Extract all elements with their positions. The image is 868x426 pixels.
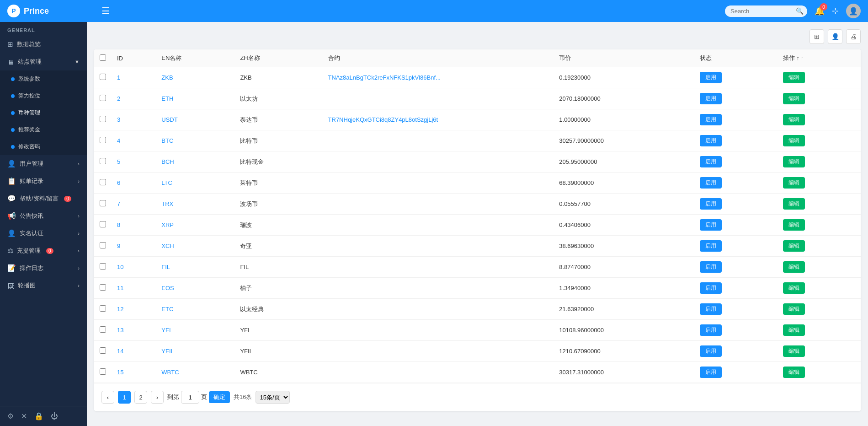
sidebar-item-carousel[interactable]: 🖼 轮播图 ›: [0, 277, 87, 294]
enable-button[interactable]: 启用: [700, 282, 722, 294]
search-icon[interactable]: 🔍: [796, 7, 804, 15]
edit-button[interactable]: 编辑: [783, 198, 805, 210]
edit-button[interactable]: 编辑: [783, 240, 805, 252]
row-zh-name: 奇亚: [234, 236, 322, 257]
enable-button[interactable]: 启用: [700, 324, 722, 336]
row-status: 启用: [694, 109, 777, 130]
edit-button[interactable]: 编辑: [783, 93, 805, 104]
row-checkbox[interactable]: [100, 305, 106, 312]
row-price: 1.34940000: [554, 278, 694, 299]
enable-button[interactable]: 启用: [700, 345, 722, 357]
page-1-button[interactable]: 1: [118, 391, 131, 404]
enable-button[interactable]: 启用: [700, 367, 722, 378]
row-checkbox[interactable]: [100, 263, 106, 270]
sidebar-item-hashrate-control[interactable]: 算力控位: [0, 87, 87, 104]
sidebar-item-help-feedback[interactable]: 💬 帮助/资料/留言 0: [0, 190, 87, 207]
row-checkbox[interactable]: [100, 74, 106, 80]
sidebar-item-coin-management[interactable]: 币种管理: [0, 104, 87, 121]
row-en-name: FIL: [156, 257, 234, 278]
edit-button[interactable]: 编辑: [783, 177, 805, 189]
row-checkbox[interactable]: [100, 284, 106, 291]
row-checkbox-cell: [94, 299, 112, 320]
sidebar-item-recharge-management[interactable]: ⚖ 充提管理 0 ›: [0, 242, 87, 259]
sidebar-item-dashboard[interactable]: ⊞ 数据总览: [0, 36, 87, 53]
page-number-input[interactable]: [181, 391, 199, 404]
row-checkbox[interactable]: [100, 347, 106, 354]
enable-button[interactable]: 启用: [700, 135, 722, 146]
enable-button[interactable]: 启用: [700, 72, 722, 83]
row-checkbox[interactable]: [100, 158, 106, 164]
edit-button[interactable]: 编辑: [783, 261, 805, 273]
next-page-button[interactable]: ›: [151, 391, 164, 404]
edit-button[interactable]: 编辑: [783, 282, 805, 294]
sidebar-item-system-params[interactable]: 系统参数: [0, 70, 87, 87]
enable-button[interactable]: 启用: [700, 219, 722, 231]
sidebar-item-real-name-auth[interactable]: 👤 实名认证 ›: [0, 225, 87, 242]
row-checkbox[interactable]: [100, 137, 106, 143]
row-checkbox[interactable]: [100, 179, 106, 185]
enable-button[interactable]: 启用: [700, 261, 722, 273]
row-checkbox[interactable]: [100, 326, 106, 333]
power-icon[interactable]: ⏻: [51, 412, 58, 421]
enable-button[interactable]: 启用: [700, 303, 722, 315]
enable-button[interactable]: 启用: [700, 156, 722, 167]
col-action[interactable]: 操作 ↑: [777, 49, 861, 67]
row-contract: [323, 88, 554, 109]
sidebar-item-announcements[interactable]: 📢 公告快讯 ›: [0, 207, 87, 225]
close-icon[interactable]: ✕: [21, 412, 27, 421]
table-row: 11 EOS 柚子 1.34940000 启用 编辑: [94, 278, 861, 299]
row-checkbox[interactable]: [100, 95, 106, 101]
print-button[interactable]: 🖨: [846, 29, 861, 44]
sidebar-item-label: 站点管理: [18, 58, 42, 66]
sidebar-item-user-management[interactable]: 👤 用户管理 ›: [0, 155, 87, 173]
row-checkbox[interactable]: [100, 116, 106, 122]
search-input[interactable]: [725, 5, 807, 17]
sidebar-item-change-password[interactable]: 修改密码: [0, 138, 87, 155]
user-view-button[interactable]: 👤: [828, 29, 842, 44]
row-action: 编辑: [777, 173, 861, 194]
sidebar-item-site-management[interactable]: 🖥 站点管理 ▼: [0, 53, 87, 70]
edit-button[interactable]: 编辑: [783, 156, 805, 167]
search-wrapper: 🔍: [725, 5, 807, 17]
header-right-actions: 🔍 🔔 0 ⊹ 👤: [725, 4, 861, 18]
goto-confirm-button[interactable]: 确定: [209, 391, 230, 403]
edit-button[interactable]: 编辑: [783, 219, 805, 231]
edit-button[interactable]: 编辑: [783, 135, 805, 146]
prev-page-button[interactable]: ‹: [101, 391, 114, 404]
row-checkbox[interactable]: [100, 221, 106, 227]
select-all-checkbox[interactable]: [100, 54, 106, 61]
menu-toggle-button[interactable]: ☰: [101, 5, 110, 16]
enable-button[interactable]: 启用: [700, 114, 722, 125]
row-checkbox-cell: [94, 236, 112, 257]
edit-button[interactable]: 编辑: [783, 367, 805, 378]
enable-button[interactable]: 启用: [700, 240, 722, 252]
edit-button[interactable]: 编辑: [783, 114, 805, 125]
page-size-select[interactable]: 10条/页 15条/页 20条/页 50条/页: [256, 391, 290, 404]
user-avatar[interactable]: 👤: [846, 4, 861, 18]
enable-button[interactable]: 启用: [700, 93, 722, 104]
notification-bell-button[interactable]: 🔔 0: [815, 6, 825, 16]
col-en-name: EN名称: [156, 49, 234, 67]
edit-button[interactable]: 编辑: [783, 72, 805, 83]
row-status: 启用: [694, 278, 777, 299]
sidebar-item-referral-bonus[interactable]: 推荐奖金: [0, 121, 87, 138]
data-table-container: ID EN名称 ZH名称 合约 币价 状态 操作 ↑ 1 ZKB ZKB TNA…: [94, 49, 861, 411]
layout-toggle-button[interactable]: ⊹: [832, 6, 839, 16]
row-checkbox[interactable]: [100, 242, 106, 248]
edit-button[interactable]: 编辑: [783, 303, 805, 315]
sidebar-item-account-records[interactable]: 📋 账单记录 ›: [0, 173, 87, 190]
person-icon: 👤: [831, 33, 839, 40]
row-checkbox[interactable]: [100, 200, 106, 206]
edit-button[interactable]: 编辑: [783, 324, 805, 336]
pagination: ‹ 1 2 › 到第 页 确定 共16条 10条/页 15条/页 20条/页 5…: [94, 383, 861, 411]
sidebar-item-operation-log[interactable]: 📝 操作日志 ›: [0, 259, 87, 277]
enable-button[interactable]: 启用: [700, 177, 722, 189]
settings-icon[interactable]: ⚙: [7, 412, 14, 421]
page-2-button[interactable]: 2: [134, 391, 147, 404]
table-row: 1 ZKB ZKB TNAz8aLnBgTCk2reFxNFKS1pkVl86B…: [94, 67, 861, 88]
lock-icon[interactable]: 🔒: [34, 412, 43, 421]
grid-view-button[interactable]: ⊞: [809, 29, 824, 44]
edit-button[interactable]: 编辑: [783, 345, 805, 357]
enable-button[interactable]: 启用: [700, 198, 722, 210]
row-checkbox[interactable]: [100, 368, 106, 375]
